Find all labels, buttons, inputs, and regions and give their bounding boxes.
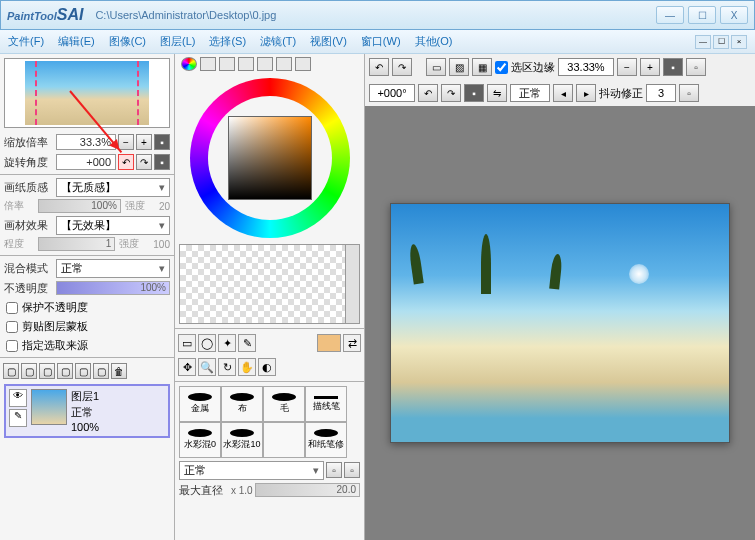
menu-filter[interactable]: 滤镜(T): [260, 34, 296, 49]
brush-fur[interactable]: 毛: [263, 386, 305, 422]
canvas-rotate-reset-button[interactable]: ▪: [464, 84, 484, 102]
panel-min-button[interactable]: —: [695, 35, 711, 49]
canvas-zoom-input[interactable]: [558, 58, 614, 76]
minimize-button[interactable]: —: [656, 6, 684, 24]
blend-mode-dropdown[interactable]: 正常: [56, 259, 170, 278]
invert-sel-button[interactable]: ▨: [449, 58, 469, 76]
title-bar: PaintToolSAI C:\Users\Administrator\Desk…: [0, 0, 755, 30]
paper-texture-dropdown[interactable]: 【无质感】: [56, 178, 170, 197]
canvas-zoom-fit-button[interactable]: ▪: [663, 58, 683, 76]
menu-edit[interactable]: 编辑(E): [58, 34, 95, 49]
close-button[interactable]: X: [720, 6, 748, 24]
redo-button[interactable]: ↷: [392, 58, 412, 76]
undo-button[interactable]: ↶: [369, 58, 389, 76]
new-linework-button[interactable]: ▢: [21, 363, 37, 379]
maximize-button[interactable]: ☐: [688, 6, 716, 24]
clipping-mask-checkbox[interactable]: 剪贴图层蒙板: [0, 317, 174, 336]
stabilizer-opt-button[interactable]: ▫: [679, 84, 699, 102]
canvas-view[interactable]: [365, 106, 755, 540]
brush-water10[interactable]: 水彩混10: [221, 422, 263, 458]
move-tool[interactable]: ✥: [178, 358, 196, 376]
paper-effect-dropdown[interactable]: 【无效果】: [56, 216, 170, 235]
zoom-tool[interactable]: 🔍: [198, 358, 216, 376]
canvas-angle-input[interactable]: [369, 84, 415, 102]
panel-close-button[interactable]: ×: [731, 35, 747, 49]
brush-opt1-button[interactable]: ▫: [326, 462, 342, 478]
show-sel-button[interactable]: ▦: [472, 58, 492, 76]
eyedropper-tool[interactable]: ◐: [258, 358, 276, 376]
swatch-scrollbar[interactable]: [345, 245, 359, 323]
selection-tool[interactable]: ▭: [178, 334, 196, 352]
rgb-slider-icon[interactable]: [200, 57, 216, 71]
canvas-mode-input[interactable]: [510, 84, 550, 102]
brush-mode-dropdown[interactable]: 正常: [179, 461, 324, 480]
strength2-label: 强度: [119, 237, 149, 251]
flip-h-button[interactable]: ⇋: [487, 84, 507, 102]
brush-line[interactable]: 描线笔: [305, 386, 347, 422]
delete-layer-button[interactable]: 🗑: [111, 363, 127, 379]
pen-tool[interactable]: ✎: [238, 334, 256, 352]
new-layer-button[interactable]: ▢: [3, 363, 19, 379]
brush-paper[interactable]: 和纸笔修: [305, 422, 347, 458]
canvas-rotate-ccw-button[interactable]: ↶: [418, 84, 438, 102]
palette-icon[interactable]: [295, 57, 311, 71]
selection-source-checkbox[interactable]: 指定选取来源: [0, 336, 174, 355]
opacity-slider[interactable]: 100%: [56, 281, 170, 295]
rotate-value[interactable]: +000: [56, 154, 116, 170]
swap-color-icon[interactable]: ⇄: [343, 334, 361, 352]
zoom-in-button[interactable]: +: [136, 134, 152, 150]
mode-next-button[interactable]: ▸: [576, 84, 596, 102]
mode-prev-button[interactable]: ◂: [553, 84, 573, 102]
menu-select[interactable]: 选择(S): [209, 34, 246, 49]
zoom-reset-button[interactable]: ▪: [154, 134, 170, 150]
visibility-icon[interactable]: 👁: [9, 389, 27, 407]
menu-window[interactable]: 窗口(W): [361, 34, 401, 49]
new-folder-button[interactable]: ▢: [39, 363, 55, 379]
layer-item[interactable]: 👁 ✎ 图层1 正常 100%: [4, 384, 170, 438]
fg-color[interactable]: [317, 334, 341, 352]
navigator-thumbnail[interactable]: [4, 58, 170, 128]
canvas-zoom-100-button[interactable]: ▫: [686, 58, 706, 76]
color-wheel[interactable]: [190, 78, 350, 238]
rotate-reset-button[interactable]: ▪: [154, 154, 170, 170]
stabilizer-input[interactable]: [646, 84, 676, 102]
magic-wand-tool[interactable]: ✦: [218, 334, 236, 352]
swatch-icon[interactable]: [257, 57, 273, 71]
merge-button[interactable]: ▢: [75, 363, 91, 379]
brush-cloth[interactable]: 布: [221, 386, 263, 422]
canvas-zoom-out-button[interactable]: −: [617, 58, 637, 76]
menu-file[interactable]: 文件(F): [8, 34, 44, 49]
amount-slider[interactable]: 1: [38, 237, 115, 251]
transfer-button[interactable]: ▢: [57, 363, 73, 379]
canvas-zoom-in-button[interactable]: +: [640, 58, 660, 76]
canvas-rotate-cw-button[interactable]: ↷: [441, 84, 461, 102]
color-toolbar: [175, 54, 364, 74]
brush-empty[interactable]: [263, 422, 305, 458]
brush-water0[interactable]: 水彩混0: [179, 422, 221, 458]
rotate-tool[interactable]: ↻: [218, 358, 236, 376]
protect-opacity-checkbox[interactable]: 保护不透明度: [0, 298, 174, 317]
rotate-cw-button[interactable]: ↷: [136, 154, 152, 170]
deselect-button[interactable]: ▭: [426, 58, 446, 76]
gray-icon[interactable]: [238, 57, 254, 71]
hand-tool[interactable]: ✋: [238, 358, 256, 376]
menu-other[interactable]: 其他(O): [415, 34, 453, 49]
brush-opt2-button[interactable]: ▫: [344, 462, 360, 478]
hsv-slider-icon[interactable]: [219, 57, 235, 71]
menu-view[interactable]: 视图(V): [310, 34, 347, 49]
brush-metal[interactable]: 金属: [179, 386, 221, 422]
layer-opacity: 100%: [71, 421, 99, 433]
lasso-tool[interactable]: ◯: [198, 334, 216, 352]
sel-edge-checkbox[interactable]: [495, 61, 508, 74]
menu-image[interactable]: 图像(C): [109, 34, 146, 49]
brush-size-slider[interactable]: 20.0: [255, 483, 360, 497]
color-wheel-icon[interactable]: [181, 57, 197, 71]
edit-icon[interactable]: ✎: [9, 409, 27, 427]
clear-button[interactable]: ▢: [93, 363, 109, 379]
rotate-ccw-button[interactable]: ↶: [118, 154, 134, 170]
scratchpad-icon[interactable]: [276, 57, 292, 71]
brush-size-mult[interactable]: x 1.0: [231, 485, 253, 496]
panel-max-button[interactable]: ☐: [713, 35, 729, 49]
menu-layer[interactable]: 图层(L): [160, 34, 195, 49]
scale-slider[interactable]: 100%: [38, 199, 121, 213]
